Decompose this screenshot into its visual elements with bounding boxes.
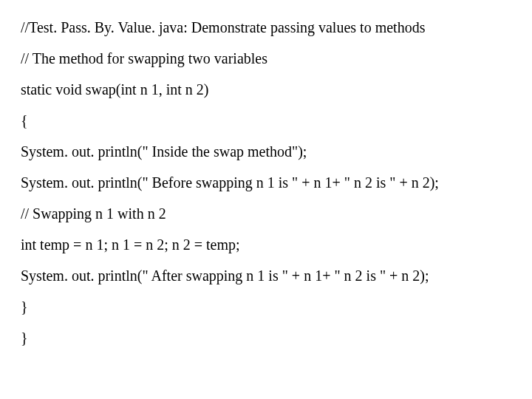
code-line: { <box>21 111 511 130</box>
code-line: System. out. println(" After swapping n … <box>21 266 511 285</box>
code-line: // Swapping n 1 with n 2 <box>21 204 511 223</box>
code-line: static void swap(int n 1, int n 2) <box>21 80 511 99</box>
code-block: //Test. Pass. By. Value. java: Demonstra… <box>0 0 532 365</box>
code-line: // The method for swapping two variables <box>21 49 511 68</box>
code-line: System. out. println(" Inside the swap m… <box>21 142 511 161</box>
code-line: } <box>21 328 511 347</box>
code-line: } <box>21 297 511 316</box>
code-line: int temp = n 1; n 1 = n 2; n 2 = temp; <box>21 235 511 254</box>
code-line: //Test. Pass. By. Value. java: Demonstra… <box>21 18 511 37</box>
code-line: System. out. println(" Before swapping n… <box>21 173 511 192</box>
